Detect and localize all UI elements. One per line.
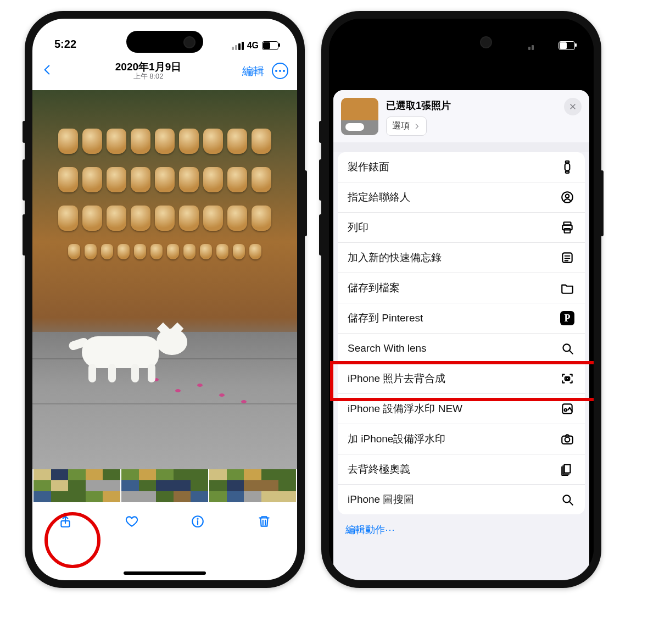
action-label: 儲存到 Pinterest [348, 311, 423, 325]
scan-camera-icon [560, 371, 575, 386]
edit-actions-button[interactable]: 編輯動作⋯ [333, 514, 589, 545]
action-label: 製作錶面 [348, 160, 389, 174]
folder-icon [560, 280, 575, 296]
contact-icon [560, 190, 575, 205]
stack-icon [560, 462, 575, 477]
photo-date-title: 2020年1月9日 上午 8:02 [115, 61, 181, 81]
network-label: 4G [247, 41, 259, 51]
search-icon [560, 341, 575, 356]
options-button[interactable]: 選項 [386, 116, 427, 136]
selected-thumbnail[interactable] [341, 98, 378, 135]
svg-point-28 [563, 495, 570, 502]
action-row-watermark[interactable]: iPhone 設備浮水印 NEW [338, 393, 585, 424]
options-label: 選項 [392, 120, 410, 132]
action-label: Search With lens [348, 342, 427, 354]
action-row-scan-camera[interactable]: iPhone 照片去背合成 [338, 363, 585, 393]
battery-icon [262, 41, 278, 50]
photo-date: 2020年1月9日 [115, 61, 181, 73]
action-label: 加入新的快速備忘錄 [348, 251, 442, 265]
note-icon [560, 250, 575, 265]
phone-share-sheet: 5:22 4G 已選取1張照片 選項 [321, 11, 601, 588]
chevron-right-icon [413, 123, 421, 130]
action-label: iPhone 圖搜圖 [348, 492, 414, 507]
back-button[interactable] [40, 63, 54, 79]
svg-point-12 [566, 195, 569, 198]
edit-button[interactable]: 編輯 [242, 64, 264, 79]
search-icon [560, 492, 575, 507]
svg-line-21 [569, 351, 572, 353]
delete-button[interactable] [255, 512, 273, 531]
action-row-watch[interactable]: 製作錶面 [338, 152, 585, 182]
action-row-search[interactable]: Search With lens [338, 333, 585, 363]
action-row-folder[interactable]: 儲存到檔案 [338, 273, 585, 303]
svg-point-3 [198, 519, 198, 519]
action-label: 指定給聯絡人 [348, 190, 410, 204]
photo-subject-cat [65, 321, 192, 381]
svg-point-27 [565, 437, 570, 442]
more-button[interactable] [272, 63, 288, 79]
action-list[interactable]: 製作錶面指定給聯絡人列印加入新的快速備忘錄儲存到檔案儲存到 PinterestP… [338, 152, 585, 514]
action-label: 儲存到檔案 [348, 281, 400, 295]
phone-photos-detail: 5:22 4G 2020年1月9日 上午 8:02 編輯 [25, 11, 305, 588]
home-indicator[interactable] [124, 571, 206, 575]
camera-icon [560, 431, 575, 447]
photos-header: 2020年1月9日 上午 8:02 編輯 [32, 52, 297, 89]
svg-point-25 [565, 409, 567, 411]
status-time: 5:22 [54, 38, 76, 51]
action-row-camera[interactable]: 加 iPhone設備浮水印 [338, 424, 585, 454]
svg-point-23 [566, 377, 568, 380]
action-label: 加 iPhone設備浮水印 [348, 432, 445, 446]
battery-icon [559, 41, 575, 50]
action-label: 去背終極奧義 [348, 462, 410, 476]
action-label: iPhone 照片去背合成 [348, 371, 445, 386]
print-icon [560, 220, 575, 235]
pinterest-icon: P [560, 310, 575, 326]
thumbnail-strip[interactable] [32, 469, 297, 502]
photo-viewport[interactable] [32, 90, 297, 469]
action-row-search[interactable]: iPhone 圖搜圖 [338, 484, 585, 514]
action-row-print[interactable]: 列印 [338, 212, 585, 242]
action-row-stack[interactable]: 去背終極奧義 [338, 454, 585, 484]
svg-rect-9 [566, 161, 569, 163]
photo-time: 上午 8:02 [115, 73, 181, 81]
svg-point-20 [563, 344, 570, 351]
svg-line-29 [569, 502, 572, 504]
dynamic-island [126, 31, 203, 53]
favorite-button[interactable] [122, 512, 141, 531]
action-row-note[interactable]: 加入新的快速備忘錄 [338, 242, 585, 273]
share-sheet: 已選取1張照片 選項 製作錶面指定給聯絡人列印加入新的快速備忘錄儲存到檔案儲存到… [333, 90, 589, 580]
action-row-pinterest[interactable]: 儲存到 PinterestP [338, 303, 585, 333]
svg-rect-10 [566, 171, 569, 173]
bottom-toolbar [32, 502, 297, 541]
watch-icon [560, 159, 575, 175]
info-button[interactable] [188, 512, 207, 531]
action-label: iPhone 設備浮水印 NEW [348, 402, 462, 416]
close-button[interactable] [564, 98, 582, 115]
action-label: 列印 [348, 220, 368, 235]
figure-two-phones: { "status": { "time": "5:22", "network":… [0, 0, 659, 644]
dynamic-island [423, 31, 500, 53]
action-row-contact[interactable]: 指定給聯絡人 [338, 182, 585, 212]
watermark-icon [560, 401, 575, 417]
svg-rect-8 [565, 164, 570, 171]
sheet-title: 已選取1張照片 [386, 98, 451, 112]
share-button[interactable] [56, 512, 75, 531]
signal-icon [232, 42, 244, 50]
